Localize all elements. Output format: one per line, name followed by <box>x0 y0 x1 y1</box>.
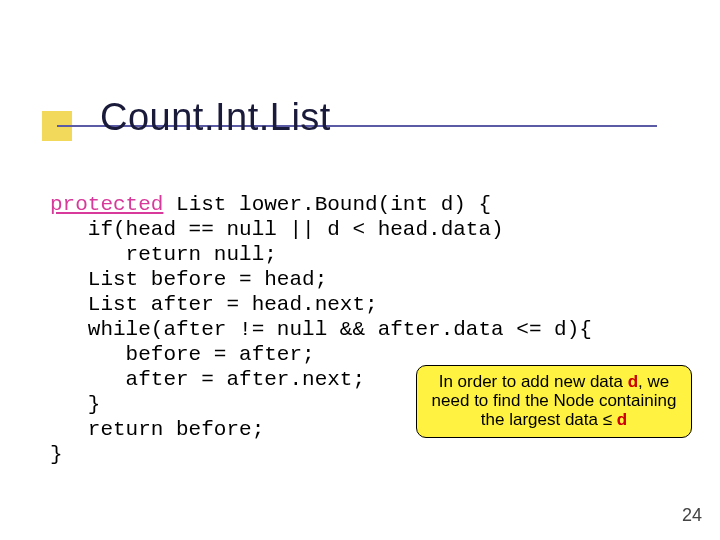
callout-var-d-1: d <box>628 372 638 391</box>
code-line-3: List before = head; <box>50 268 327 291</box>
code-line-2: return null; <box>50 243 277 266</box>
slide-title: Count.Int.List <box>100 96 331 139</box>
page-number: 24 <box>682 505 702 526</box>
code-line-8: } <box>50 393 100 416</box>
code-line-9: return before; <box>50 418 264 441</box>
code-line-7: after = after.next; <box>50 368 365 391</box>
code-line-1: if(head == null || d < head.data) <box>50 218 504 241</box>
code-line-10: } <box>50 443 63 466</box>
code-line-4: List after = head.next; <box>50 293 378 316</box>
code-line-5: while(after != null && after.data <= d){ <box>50 318 592 341</box>
code-line-6: before = after; <box>50 343 315 366</box>
callout-prefix: In order to add new data <box>439 372 628 391</box>
callout-var-d-2: d <box>617 410 627 429</box>
annotation-callout: In order to add new data d, we need to f… <box>416 365 692 438</box>
keyword-protected: protected <box>50 193 163 216</box>
code-line-0: List lower.Bound(int d) { <box>163 193 491 216</box>
